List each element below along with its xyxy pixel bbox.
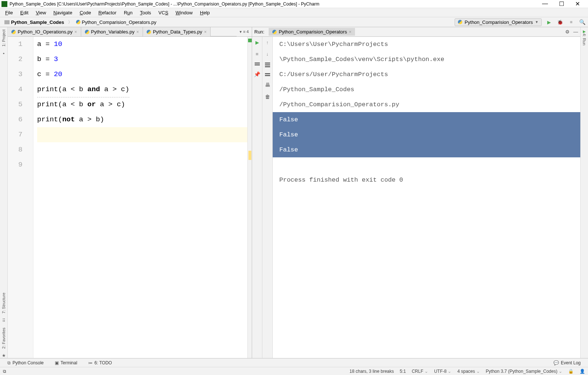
editor-tab[interactable]: Python_Data_Types.py × — [143, 27, 211, 36]
close-tab-icon[interactable]: × — [75, 29, 77, 35]
editor-section: Python_IO_Operations.py × Python_Variabl… — [8, 27, 252, 358]
console-output-line: False — [273, 112, 580, 127]
todo-button[interactable]: ≔ 6: TODO — [88, 360, 112, 365]
status-interpreter[interactable]: Python 3.7 (Python_Sample_Codes) ⌄ — [486, 369, 562, 374]
breadcrumb-sep: 〉 — [68, 19, 72, 25]
editor-tab[interactable]: Python_IO_Operations.py × — [8, 27, 81, 36]
scroll-end-icon[interactable] — [265, 73, 270, 76]
tab-overflow-indicator[interactable]: ▾ ≡ 4 — [237, 27, 252, 36]
play-icon: ▶ — [583, 29, 586, 33]
minimize-panel-icon[interactable]: — — [573, 29, 578, 35]
menu-code[interactable]: Code — [77, 9, 94, 17]
run-config-area: Python_Comparision_Operators ▼ ▶ 🐞 ■ 🔍 — [455, 18, 586, 26]
console-line: C:\Users\User\PycharmProjects — [273, 37, 580, 52]
menu-edit[interactable]: Edit — [17, 9, 31, 17]
breadcrumb: Python_Sample_Codes 〉 Python_Comparision… — [2, 19, 455, 26]
menu-run[interactable]: Run — [121, 9, 136, 17]
search-everywhere-button[interactable]: 🔍 — [578, 18, 586, 26]
structure-tool-button[interactable]: 7: Structure — [1, 293, 6, 314]
favorites-tool-button[interactable]: 2: Favorites — [1, 328, 6, 349]
code-lines[interactable]: a = 10 b = 3 c = 20 print(a < b and a > … — [33, 37, 247, 358]
menu-file[interactable]: File — [2, 9, 16, 17]
code-editor[interactable]: 1 2 3 4 5 6 7 8 9 a = 10 b = 3 c = 20 pr… — [8, 37, 252, 358]
python-icon — [272, 30, 277, 34]
up-stack-button[interactable]: ↑ — [266, 40, 269, 45]
status-selection: 18 chars, 3 line breaks — [349, 369, 394, 374]
menu-vcs[interactable]: VCS — [155, 9, 171, 17]
layout-icon[interactable] — [255, 63, 260, 65]
run-body: ▶ ■ 📌 ↑ ↓ 🖶 🗑 C:\Users\Use — [252, 37, 580, 358]
star-icon: ★ — [2, 353, 6, 358]
clear-all-button[interactable]: 🗑 — [265, 94, 270, 100]
inspector-icon[interactable]: 👤 — [580, 369, 585, 374]
window-title: Python_Sample_Codes [C:\Users\User\Pycha… — [10, 1, 542, 7]
error-stripe[interactable] — [247, 37, 252, 358]
console-line: /Python_Comparision_Operators.py — [273, 97, 580, 112]
menu-bar: File Edit View Navigate Code Refactor Ru… — [0, 8, 588, 17]
menu-view[interactable]: View — [33, 9, 49, 17]
pin-tab-button[interactable]: 📌 — [254, 71, 260, 77]
tool-windows-button[interactable]: ⧉ — [3, 369, 6, 374]
menu-tools[interactable]: Tools — [137, 9, 154, 17]
terminal-button[interactable]: ▣ Terminal — [55, 360, 77, 365]
menu-window[interactable]: Window — [173, 9, 196, 17]
folder-icon — [4, 20, 10, 24]
run-label: Run: — [254, 29, 264, 35]
project-tool-button[interactable]: 1: Project — [1, 29, 6, 46]
run-console-toolbar: ↑ ↓ 🖶 🗑 — [262, 37, 273, 358]
breadcrumb-file[interactable]: Python_Comparision_Operators.py — [74, 19, 159, 26]
warning-marker[interactable] — [248, 151, 251, 160]
menu-navigate[interactable]: Navigate — [50, 9, 75, 17]
bottom-tool-stripe: ⧉ Python Console ▣ Terminal ≔ 6: TODO 💬 … — [0, 358, 588, 367]
soft-wrap-icon[interactable] — [265, 63, 270, 67]
menu-refactor[interactable]: Refactor — [96, 9, 119, 17]
debug-button[interactable]: 🐞 — [556, 18, 564, 26]
status-bar: ⧉ 18 chars, 3 line breaks 5:1 CRLF ⌄ UTF… — [0, 367, 588, 375]
close-tab-icon[interactable]: × — [349, 29, 351, 35]
down-stack-button[interactable]: ↓ — [266, 51, 269, 57]
run-header: Run: Python_Comparision_Operators × ⚙ — — [252, 27, 580, 37]
pycharm-icon — [1, 1, 7, 7]
python-file-icon — [11, 30, 16, 34]
analysis-ok-marker — [248, 39, 252, 42]
gutter-line-numbers: 1 2 3 4 5 6 7 8 9 — [8, 37, 33, 358]
left-tool-stripe: 1: Project ▪ 7: Structure ⠿ 2: Favorites… — [0, 27, 8, 358]
terminal-icon: ▣ — [55, 360, 59, 365]
close-tab-icon[interactable]: × — [204, 29, 207, 35]
python-icon: ⧉ — [7, 360, 11, 365]
breadcrumb-project[interactable]: Python_Sample_Codes — [2, 19, 67, 26]
status-encoding[interactable]: UTF-8 ⌄ — [434, 369, 451, 374]
editor-tabs: Python_IO_Operations.py × Python_Variabl… — [8, 27, 252, 37]
chevron-down-icon: ▼ — [535, 20, 538, 24]
menu-help[interactable]: Help — [197, 9, 213, 17]
console-output-line: False — [273, 142, 580, 157]
python-file-icon — [76, 20, 80, 24]
maximize-button[interactable]: ☐ — [559, 0, 564, 7]
stop-button[interactable]: ■ — [567, 18, 575, 26]
run-tab[interactable]: Python_Comparision_Operators × — [269, 28, 355, 36]
close-tab-icon[interactable]: × — [136, 29, 139, 35]
close-button[interactable]: ✕ — [575, 0, 580, 7]
console-output-line: False — [273, 127, 580, 142]
run-button[interactable]: ▶ — [545, 18, 553, 26]
lock-icon[interactable]: 🔒 — [568, 369, 574, 374]
folder-icon: ▪ — [3, 51, 4, 56]
console-line: \Python_Sample_Codes\venv\Scripts\python… — [273, 52, 580, 67]
status-line-sep[interactable]: CRLF ⌄ — [412, 369, 428, 374]
run-tool-button[interactable]: 4: Run — [582, 33, 587, 45]
python-console-button[interactable]: ⧉ Python Console — [7, 360, 44, 365]
rerun-button[interactable]: ▶ — [255, 40, 259, 45]
minimize-button[interactable]: — — [542, 0, 548, 7]
editor-tab[interactable]: Python_Variables.py × — [81, 27, 143, 36]
status-position[interactable]: 5:1 — [400, 369, 406, 374]
stop-process-button[interactable]: ■ — [256, 51, 259, 57]
console-output[interactable]: C:\Users\User\PycharmProjects \Python_Sa… — [273, 37, 580, 358]
status-indent[interactable]: 4 spaces ⌄ — [457, 369, 480, 374]
settings-icon[interactable]: ⚙ — [565, 29, 570, 35]
balloon-icon: 💬 — [553, 360, 559, 365]
print-button[interactable]: 🖶 — [265, 82, 270, 88]
run-config-selector[interactable]: Python_Comparision_Operators ▼ — [455, 18, 542, 26]
python-file-icon — [147, 30, 151, 34]
event-log-button[interactable]: 💬 Event Log — [553, 360, 581, 365]
right-tool-stripe: ▶ 4: Run — [580, 27, 588, 358]
